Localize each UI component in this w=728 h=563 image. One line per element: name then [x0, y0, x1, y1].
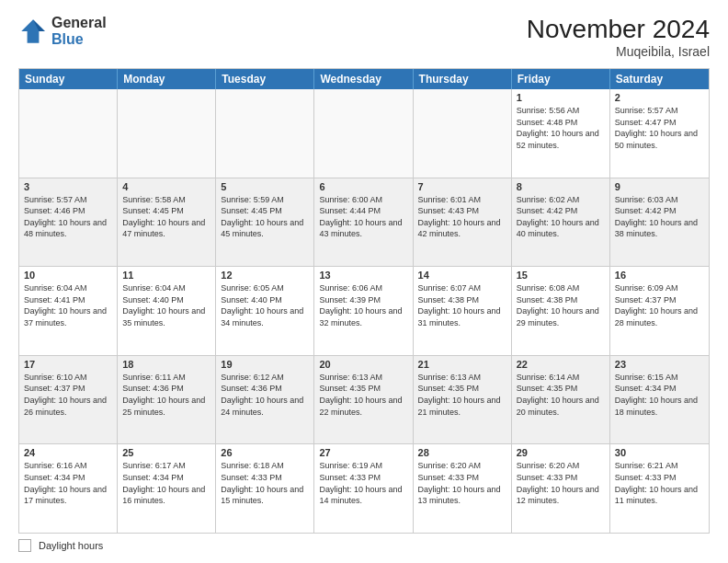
calendar-cell: 18Sunrise: 6:11 AM Sunset: 4:36 PM Dayli… [118, 356, 216, 444]
calendar-cell: 2Sunrise: 5:57 AM Sunset: 4:47 PM Daylig… [610, 89, 709, 178]
day-number: 4 [122, 181, 210, 192]
calendar-cell: 23Sunrise: 6:15 AM Sunset: 4:34 PM Dayli… [610, 356, 709, 444]
logo: General Blue [18, 15, 107, 47]
day-info: Sunrise: 6:13 AM Sunset: 4:35 PM Dayligh… [418, 372, 506, 418]
logo-general: General [51, 15, 107, 31]
calendar-cell: 11Sunrise: 6:04 AM Sunset: 4:40 PM Dayli… [118, 267, 216, 355]
day-of-week-header: Tuesday [216, 69, 314, 89]
calendar-cell: 5Sunrise: 5:59 AM Sunset: 4:45 PM Daylig… [216, 178, 314, 267]
calendar-cell: 13Sunrise: 6:06 AM Sunset: 4:39 PM Dayli… [314, 267, 413, 355]
day-number: 20 [319, 359, 407, 370]
day-info: Sunrise: 6:08 AM Sunset: 4:38 PM Dayligh… [517, 282, 605, 328]
day-info: Sunrise: 5:58 AM Sunset: 4:45 PM Dayligh… [122, 194, 210, 240]
calendar-cell: 1Sunrise: 5:56 AM Sunset: 4:48 PM Daylig… [512, 89, 610, 178]
legend-label: Daylight hours [39, 540, 103, 551]
location-subtitle: Muqeibila, Israel [527, 44, 710, 59]
day-info: Sunrise: 6:02 AM Sunset: 4:42 PM Dayligh… [517, 194, 605, 240]
day-info: Sunrise: 6:16 AM Sunset: 4:34 PM Dayligh… [24, 460, 112, 506]
day-info: Sunrise: 5:57 AM Sunset: 4:46 PM Dayligh… [24, 194, 112, 240]
calendar-row: 17Sunrise: 6:10 AM Sunset: 4:37 PM Dayli… [19, 355, 709, 444]
day-info: Sunrise: 6:13 AM Sunset: 4:35 PM Dayligh… [319, 372, 407, 418]
day-number: 22 [517, 359, 605, 370]
day-info: Sunrise: 6:04 AM Sunset: 4:41 PM Dayligh… [24, 282, 112, 328]
day-info: Sunrise: 6:15 AM Sunset: 4:34 PM Dayligh… [615, 372, 704, 418]
day-of-week-header: Sunday [19, 69, 118, 89]
calendar-cell [216, 89, 314, 178]
calendar-cell: 19Sunrise: 6:12 AM Sunset: 4:36 PM Dayli… [216, 356, 314, 444]
day-number: 16 [615, 270, 704, 281]
logo-text: General Blue [51, 15, 107, 47]
header: General Blue November 2024 Muqeibila, Is… [18, 15, 710, 59]
day-info: Sunrise: 6:06 AM Sunset: 4:39 PM Dayligh… [319, 282, 407, 328]
day-info: Sunrise: 6:10 AM Sunset: 4:37 PM Dayligh… [24, 372, 112, 418]
day-info: Sunrise: 6:21 AM Sunset: 4:33 PM Dayligh… [615, 460, 704, 506]
day-info: Sunrise: 6:17 AM Sunset: 4:34 PM Dayligh… [122, 460, 210, 506]
calendar-cell: 25Sunrise: 6:17 AM Sunset: 4:34 PM Dayli… [118, 444, 216, 533]
calendar-cell: 9Sunrise: 6:03 AM Sunset: 4:42 PM Daylig… [610, 178, 709, 267]
calendar-cell: 4Sunrise: 5:58 AM Sunset: 4:45 PM Daylig… [118, 178, 216, 267]
calendar-cell: 16Sunrise: 6:09 AM Sunset: 4:37 PM Dayli… [610, 267, 709, 355]
calendar-cell: 12Sunrise: 6:05 AM Sunset: 4:40 PM Dayli… [216, 267, 314, 355]
calendar-header: SundayMondayTuesdayWednesdayThursdayFrid… [19, 69, 709, 89]
legend-box [18, 539, 31, 552]
day-number: 17 [24, 359, 112, 370]
day-number: 6 [319, 181, 407, 192]
calendar-cell: 26Sunrise: 6:18 AM Sunset: 4:33 PM Dayli… [216, 444, 314, 533]
day-info: Sunrise: 6:03 AM Sunset: 4:42 PM Dayligh… [615, 194, 704, 240]
calendar-row: 3Sunrise: 5:57 AM Sunset: 4:46 PM Daylig… [19, 178, 709, 267]
day-of-week-header: Wednesday [314, 69, 413, 89]
calendar-cell: 20Sunrise: 6:13 AM Sunset: 4:35 PM Dayli… [314, 356, 413, 444]
day-info: Sunrise: 6:07 AM Sunset: 4:38 PM Dayligh… [418, 282, 506, 328]
day-number: 27 [319, 447, 407, 458]
day-number: 21 [418, 359, 506, 370]
day-info: Sunrise: 6:20 AM Sunset: 4:33 PM Dayligh… [418, 460, 506, 506]
day-number: 2 [615, 92, 704, 103]
calendar-cell: 24Sunrise: 6:16 AM Sunset: 4:34 PM Dayli… [19, 444, 118, 533]
day-number: 24 [24, 447, 112, 458]
calendar: SundayMondayTuesdayWednesdayThursdayFrid… [18, 68, 710, 534]
calendar-cell: 14Sunrise: 6:07 AM Sunset: 4:38 PM Dayli… [414, 267, 512, 355]
page: General Blue November 2024 Muqeibila, Is… [0, 0, 728, 563]
day-number: 3 [24, 181, 112, 192]
day-number: 10 [24, 270, 112, 281]
calendar-row: 10Sunrise: 6:04 AM Sunset: 4:41 PM Dayli… [19, 266, 709, 355]
day-info: Sunrise: 5:57 AM Sunset: 4:47 PM Dayligh… [615, 105, 704, 151]
day-info: Sunrise: 6:14 AM Sunset: 4:35 PM Dayligh… [517, 372, 605, 418]
day-number: 26 [221, 447, 309, 458]
calendar-cell: 3Sunrise: 5:57 AM Sunset: 4:46 PM Daylig… [19, 178, 118, 267]
day-of-week-header: Monday [118, 69, 216, 89]
day-number: 18 [122, 359, 210, 370]
day-info: Sunrise: 6:04 AM Sunset: 4:40 PM Dayligh… [122, 282, 210, 328]
day-number: 9 [615, 181, 704, 192]
day-number: 5 [221, 181, 309, 192]
day-info: Sunrise: 6:05 AM Sunset: 4:40 PM Dayligh… [221, 282, 309, 328]
calendar-cell: 29Sunrise: 6:20 AM Sunset: 4:33 PM Dayli… [512, 444, 610, 533]
day-of-week-header: Friday [512, 69, 610, 89]
calendar-cell: 30Sunrise: 6:21 AM Sunset: 4:33 PM Dayli… [610, 444, 709, 533]
calendar-row: 1Sunrise: 5:56 AM Sunset: 4:48 PM Daylig… [19, 89, 709, 178]
day-number: 13 [319, 270, 407, 281]
day-number: 25 [122, 447, 210, 458]
day-of-week-header: Thursday [414, 69, 512, 89]
month-title: November 2024 [527, 15, 710, 44]
day-info: Sunrise: 6:01 AM Sunset: 4:43 PM Dayligh… [418, 194, 506, 240]
calendar-cell [414, 89, 512, 178]
day-number: 14 [418, 270, 506, 281]
day-number: 23 [615, 359, 704, 370]
footer: Daylight hours [18, 539, 710, 552]
day-number: 7 [418, 181, 506, 192]
calendar-cell: 7Sunrise: 6:01 AM Sunset: 4:43 PM Daylig… [414, 178, 512, 267]
day-number: 15 [517, 270, 605, 281]
title-block: November 2024 Muqeibila, Israel [527, 15, 710, 59]
day-number: 12 [221, 270, 309, 281]
day-number: 11 [122, 270, 210, 281]
day-number: 30 [615, 447, 704, 458]
day-info: Sunrise: 6:09 AM Sunset: 4:37 PM Dayligh… [615, 282, 704, 328]
calendar-cell: 8Sunrise: 6:02 AM Sunset: 4:42 PM Daylig… [512, 178, 610, 267]
calendar-body: 1Sunrise: 5:56 AM Sunset: 4:48 PM Daylig… [19, 89, 709, 533]
day-info: Sunrise: 5:56 AM Sunset: 4:48 PM Dayligh… [517, 105, 605, 151]
calendar-cell [118, 89, 216, 178]
logo-icon [18, 17, 48, 46]
day-info: Sunrise: 6:19 AM Sunset: 4:33 PM Dayligh… [319, 460, 407, 506]
calendar-cell: 27Sunrise: 6:19 AM Sunset: 4:33 PM Dayli… [314, 444, 413, 533]
